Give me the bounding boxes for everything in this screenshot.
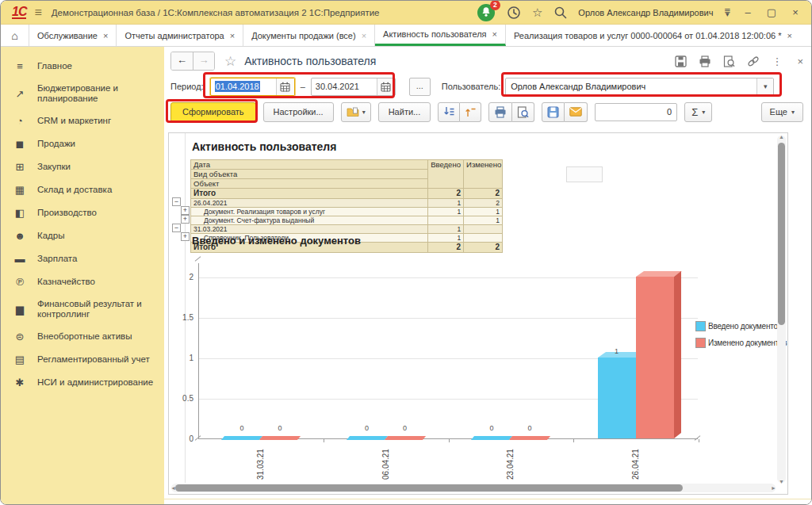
quick-sum-field[interactable] (595, 103, 677, 121)
search-button[interactable] (553, 6, 567, 19)
combo-dropdown-icon[interactable]: ▾ (756, 78, 773, 95)
tab-close-icon[interactable]: × (103, 31, 108, 40)
preview-icon (723, 55, 735, 67)
vertical-scrollbar[interactable]: ▲ ▼ (777, 136, 786, 483)
period-from-value: 01.04.2018 (215, 81, 260, 92)
notifications-button[interactable]: 2 (477, 3, 496, 22)
sidebar-item-main[interactable]: ≡Главное (1, 55, 164, 78)
print-button[interactable] (699, 55, 711, 67)
horizontal-scroll-thumb[interactable] (175, 484, 683, 492)
sidebar-item-label: Главное (37, 61, 72, 71)
sidebar-item-budgeting[interactable]: ↗Бюджетирование и планирование (1, 78, 164, 109)
table-row[interactable]: 26.04.202112 (191, 199, 503, 208)
autosum-button[interactable]: Σ ▾ (684, 102, 712, 122)
main-icon: ≡ (13, 60, 26, 72)
tab-close-icon[interactable]: × (230, 31, 235, 40)
y-tick-label: 2 (173, 273, 193, 281)
send-email-button[interactable] (565, 102, 588, 122)
expand-row-button[interactable]: + (181, 232, 190, 241)
current-user-name[interactable]: Орлов Александр Владимирович (578, 8, 713, 17)
print-button[interactable] (488, 102, 512, 122)
minimize-button[interactable]: – (741, 6, 754, 18)
tab-close-icon[interactable]: × (787, 31, 791, 40)
sidebar-item-production[interactable]: ◧Производство (1, 201, 164, 224)
main-menu-icon[interactable]: ≡ (34, 6, 41, 20)
calendar-button[interactable] (377, 78, 395, 95)
collapse-row-button[interactable]: − (172, 224, 181, 232)
zero-bar-changed (384, 436, 425, 440)
get-link-button[interactable] (747, 55, 760, 67)
tab-user-activity[interactable]: Активность пользователя × (375, 25, 506, 46)
maximize-button[interactable]: ▢ (765, 6, 778, 18)
sidebar-item-nsi-admin[interactable]: ✱НСИ и администрирование (1, 371, 164, 394)
forward-button[interactable]: → (193, 52, 214, 70)
scroll-down-icon[interactable]: ▼ (779, 479, 784, 484)
envelope-icon (569, 107, 582, 117)
dropdown-icon: ▾ (702, 103, 705, 121)
sidebar-item-purchases[interactable]: ⊞Закупки (1, 155, 164, 178)
sidebar-item-fin-result[interactable]: ▆Финансовый результат и контроллинг (1, 293, 164, 325)
more-actions-icon[interactable]: ⋮ (772, 55, 782, 67)
table-row[interactable]: 31.03.20211 (191, 225, 503, 234)
period-variants-button[interactable]: ... (409, 78, 431, 96)
entered-cell: 2 (428, 189, 464, 199)
x-category-label: 06.04.21 (381, 443, 390, 480)
tab-maintenance[interactable]: Обслуживание × (29, 25, 117, 46)
vertical-scroll-thumb[interactable] (778, 143, 785, 325)
sidebar-item-warehouse[interactable]: ▦Склад и доставка (1, 178, 164, 201)
table-row[interactable]: Документ. Счет-фактура выданный1 (191, 216, 503, 225)
service-menu-button[interactable]: ≡ ▾ (724, 9, 730, 17)
bar-side-face (674, 271, 681, 438)
period-from-field[interactable]: 01.04.2018 (210, 78, 295, 96)
sidebar-item-sales[interactable]: ◼Продажи (1, 132, 164, 155)
more-button[interactable]: Еще ▾ (761, 102, 803, 122)
sidebar-item-crm[interactable]: ◔CRM и маркетинг (1, 109, 164, 132)
settings-button[interactable]: Настройки... (263, 102, 334, 122)
entered-cell: 1 (428, 208, 464, 216)
table-row[interactable]: Итого22 (191, 189, 503, 199)
sidebar-item-regulated[interactable]: ▤Регламентированный учет (1, 348, 164, 371)
table-header-row: ДатаВид объектаОбъектВведеноИзменено (191, 160, 503, 189)
generate-button[interactable]: Сформировать (170, 102, 256, 122)
tab-goods-sale-document[interactable]: Реализация товаров и услуг 0000-000064 о… (506, 25, 811, 46)
user-combobox[interactable]: Орлов Александр Владимирович ▾ (505, 78, 774, 96)
tab-close-icon[interactable]: × (362, 31, 366, 40)
table-row[interactable]: Документ. Реализация товаров и услуг11 (191, 208, 503, 216)
tab-close-icon[interactable]: × (492, 29, 497, 39)
expand-groups-button[interactable] (438, 102, 460, 122)
preview-button[interactable] (512, 102, 534, 122)
back-button[interactable]: ← (171, 52, 193, 70)
expand-row-button[interactable]: + (181, 206, 190, 215)
sidebar-item-hr[interactable]: ☻Кадры (1, 224, 164, 247)
sidebar-item-treasury[interactable]: ℗Казначейство (1, 270, 164, 293)
tab-label: Обслуживание (37, 31, 98, 40)
add-favorite-star-icon[interactable]: ☆ (224, 53, 236, 70)
print-preview-button[interactable] (723, 55, 735, 67)
sidebar-item-label: Кадры (37, 231, 64, 241)
scroll-left-icon[interactable]: ◄ (170, 485, 176, 491)
history-button[interactable] (507, 6, 521, 20)
favorites-star-icon[interactable]: ☆ (532, 6, 542, 18)
report-variants-button[interactable]: ▾ (341, 102, 371, 122)
close-form-icon[interactable]: × (797, 55, 803, 67)
tab-home[interactable]: ⌂ (1, 25, 29, 46)
horizontal-scrollbar[interactable]: ◄ ► (171, 484, 776, 492)
tab-sales-documents[interactable]: Документы продажи (все) × (243, 25, 375, 46)
collapse-groups-button[interactable] (460, 102, 481, 122)
sidebar-item-fixed-assets[interactable]: ⊜Внеоборотные активы (1, 325, 164, 348)
find-button[interactable]: Найти... (378, 102, 431, 122)
calendar-button[interactable] (276, 78, 294, 95)
scroll-up-icon[interactable]: ▲ (779, 134, 784, 140)
tab-admin-reports[interactable]: Отчеты администратора × (117, 25, 243, 46)
save-result-button[interactable] (542, 102, 565, 122)
collapse-row-button[interactable]: − (172, 197, 181, 206)
period-to-field[interactable]: 30.04.2021 (311, 78, 396, 96)
save-button[interactable] (675, 55, 687, 67)
sidebar-item-payroll[interactable]: ▬Зарплата (1, 247, 164, 270)
row-label-cell: 31.03.2021 (191, 225, 428, 234)
table-header-cell: Введено (428, 160, 464, 189)
expand-row-button[interactable]: + (181, 215, 190, 224)
close-window-button[interactable]: × (789, 6, 802, 18)
scroll-right-icon[interactable]: ► (771, 485, 776, 491)
entered-cell: 1 (428, 234, 464, 243)
